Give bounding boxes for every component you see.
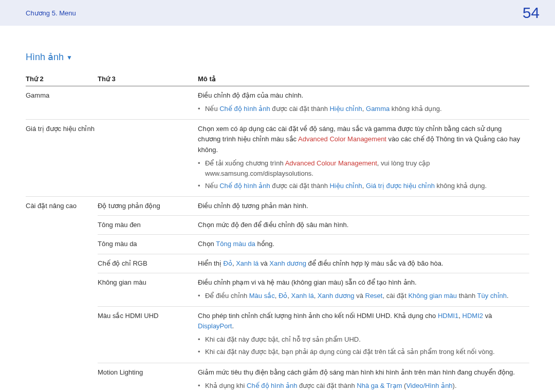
hdmi-uhd-desc: Cho phép tinh chỉnh chất lượng hình ảnh … xyxy=(198,312,492,330)
settings-table: Thứ 2 Thứ 3 Mô tả Gamma Điều chỉnh độ đậ… xyxy=(26,72,529,392)
dynamic-contrast-desc: Điều chỉnh độ tương phản màn hình. xyxy=(198,197,529,216)
table-row: Màu sắc HDMI UHD Cho phép tinh chỉnh chấ… xyxy=(26,306,529,363)
calval-note-2: Nếu Chế độ hình ảnh được cài đặt thành H… xyxy=(205,180,526,192)
flesh-tone-desc: Chọn Tông màu da hồng. xyxy=(198,235,529,254)
table-row: Tông màu da Chọn Tông màu da hồng. xyxy=(26,235,529,254)
gamma-desc: Điều chỉnh độ đậm của màu chính. xyxy=(198,91,303,99)
triangle-down-icon: ▼ xyxy=(66,54,72,61)
col-header-3: Mô tả xyxy=(198,72,529,86)
table-row: Không gian màu Điều chỉnh phạm vi và hệ … xyxy=(26,273,529,306)
page-number: 54 xyxy=(523,4,540,22)
sub-color-space: Không gian màu xyxy=(98,273,198,306)
motion-lighting-note: Khả dụng khi Chế độ hình ảnh được cài đặ… xyxy=(205,380,526,392)
sub-black-tone: Tông màu đen xyxy=(98,216,198,235)
hdmi-uhd-note-2: Khi cài đặt này được bật, bạn phải áp dụ… xyxy=(205,346,526,358)
chapter-label: Chương 5. Menu xyxy=(26,9,76,17)
section-title-text: Hình ảnh xyxy=(26,52,64,62)
black-tone-desc: Chọn mức độ đen để điều chỉnh độ sâu màn… xyxy=(198,216,529,235)
sub-hdmi-uhd-color: Màu sắc HDMI UHD xyxy=(98,306,198,363)
sub-rgb-only: Chế độ chỉ RGB xyxy=(98,254,198,273)
col-header-1: Thứ 2 xyxy=(26,72,98,86)
sub-flesh-tone: Tông màu da xyxy=(98,235,198,254)
calval-desc: Chọn xem có áp dụng các cài đặt về độ sá… xyxy=(198,125,520,153)
rgb-only-desc: Hiển thị Đỏ, Xanh lá và Xanh dương để đi… xyxy=(198,254,529,273)
setting-advanced: Cài đặt nâng cao xyxy=(26,197,98,392)
table-row: Tông màu đen Chọn mức độ đen để điều chỉ… xyxy=(26,216,529,235)
setting-gamma: Gamma xyxy=(26,86,98,120)
table-row: Giá trị được hiệu chỉnh Chọn xem có áp d… xyxy=(26,120,529,197)
sub-motion-lighting: Motion Lighting xyxy=(98,363,198,392)
hdmi-uhd-note-1: Khi cài đặt này được bật, chỉ hỗ trợ sản… xyxy=(205,333,526,346)
color-space-note: Để điều chỉnh Màu sắc, Đỏ, Xanh lá, Xanh… xyxy=(205,290,526,302)
page-header: Chương 5. Menu 54 xyxy=(0,0,555,26)
setting-calibrated-value: Giá trị được hiệu chỉnh xyxy=(26,120,98,197)
color-space-desc: Điều chỉnh phạm vi và hệ màu (không gian… xyxy=(198,278,417,286)
table-row: Chế độ chỉ RGB Hiển thị Đỏ, Xanh lá và X… xyxy=(26,254,529,273)
gamma-note: Nếu Chế độ hình ảnh được cài đặt thành H… xyxy=(205,103,526,115)
table-row: Cài đặt nâng cao Độ tương phản động Điều… xyxy=(26,197,529,216)
motion-lighting-desc: Giảm mức tiêu thụ điện bằng cách giảm độ… xyxy=(198,368,515,376)
page-content: Hình ảnh ▼ Thứ 2 Thứ 3 Mô tả Gamma Điều … xyxy=(0,26,555,392)
calval-note-1: Để tải xuống chương trình Advanced Colou… xyxy=(205,157,526,180)
col-header-2: Thứ 3 xyxy=(98,72,198,86)
table-row: Gamma Điều chỉnh độ đậm của màu chính. N… xyxy=(26,86,529,120)
table-row: Motion Lighting Giảm mức tiêu thụ điện b… xyxy=(26,363,529,392)
sub-dynamic-contrast: Độ tương phản động xyxy=(98,197,198,216)
section-title: Hình ảnh ▼ xyxy=(26,51,529,63)
